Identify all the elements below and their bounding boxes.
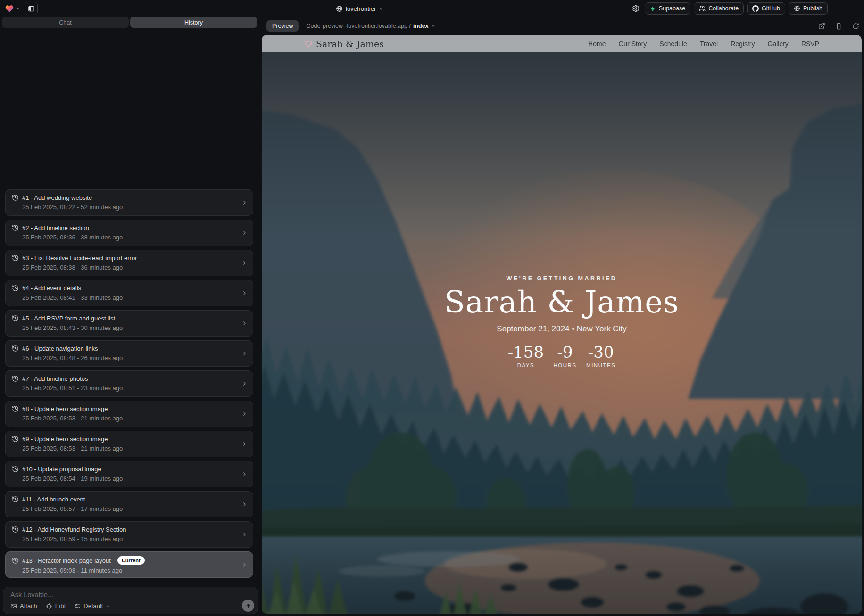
chevron-right-icon xyxy=(241,411,248,417)
nav-link-rsvp[interactable]: RSVP xyxy=(801,40,819,48)
site-logo[interactable]: Sarah & James xyxy=(304,39,384,49)
lovable-heart-icon xyxy=(5,4,14,13)
history-list: #1 - Add wedding website 25 Feb 2025, 08… xyxy=(5,189,253,578)
chevron-right-icon xyxy=(241,441,248,447)
nav-link-gallery[interactable]: Gallery xyxy=(768,40,789,48)
refresh-icon xyxy=(852,23,859,30)
history-icon xyxy=(12,526,19,533)
chevron-right-icon xyxy=(241,260,248,266)
chevron-right-icon xyxy=(241,381,248,387)
current-badge: Current xyxy=(117,556,145,565)
countdown-value: -9 xyxy=(557,344,573,360)
publish-button[interactable]: Publish xyxy=(789,2,828,15)
history-item-timestamp: 25 Feb 2025, 08:22 - 52 minutes ago xyxy=(22,204,239,211)
nav-link-our-story[interactable]: Our Story xyxy=(618,40,647,48)
attach-button[interactable]: Attach xyxy=(10,602,37,609)
chevron-down-icon xyxy=(379,6,384,11)
hero-date: September 21, 2024 • New York City xyxy=(497,324,626,334)
github-icon xyxy=(752,5,759,12)
tab-chat[interactable]: Chat xyxy=(2,17,129,28)
chevron-down-icon xyxy=(106,604,110,608)
countdown-value: -158 xyxy=(508,344,544,360)
history-item[interactable]: #7 - Add timeline photos 25 Feb 2025, 08… xyxy=(5,370,253,397)
refresh-button[interactable] xyxy=(852,23,859,30)
history-item-header: #4 - Add event details xyxy=(12,285,239,292)
site-nav: HomeOur StoryScheduleTravelRegistryGalle… xyxy=(588,40,819,48)
history-item[interactable]: #10 - Update proposal image 25 Feb 2025,… xyxy=(5,461,253,487)
send-button[interactable] xyxy=(242,600,254,612)
history-item[interactable]: #1 - Add wedding website 25 Feb 2025, 08… xyxy=(5,189,253,216)
sidebar-toggle-button[interactable] xyxy=(25,2,38,15)
history-item-header: #2 - Add timeline section xyxy=(12,224,239,231)
history-item[interactable]: #4 - Add event details 25 Feb 2025, 08:4… xyxy=(5,280,253,306)
supabase-button[interactable]: Supabase xyxy=(645,2,690,15)
history-item[interactable]: #9 - Update hero section image 25 Feb 20… xyxy=(5,431,253,457)
mode-label: Default xyxy=(83,602,103,609)
preview-url-page: index xyxy=(413,23,429,29)
history-item-title: #13 - Refactor index page layout xyxy=(22,557,111,564)
model-mode-selector[interactable]: Default xyxy=(74,602,110,609)
history-item[interactable]: #3 - Fix: Resolve Lucide-react import er… xyxy=(5,250,253,276)
nav-link-travel[interactable]: Travel xyxy=(700,40,718,48)
crosshair-icon xyxy=(46,603,52,609)
lovable-logo-menu[interactable] xyxy=(5,4,20,13)
tab-history[interactable]: History xyxy=(130,17,257,28)
edit-mode-button[interactable]: Edit xyxy=(46,602,66,609)
preview-url-selector[interactable]: preview--lovefrontier.lovable.app / inde… xyxy=(323,17,436,35)
smartphone-icon xyxy=(835,23,842,30)
history-icon xyxy=(12,255,19,262)
history-item[interactable]: #8 - Update hero section image 25 Feb 20… xyxy=(5,401,253,427)
chevron-down-icon xyxy=(431,24,436,28)
github-label: GitHub xyxy=(762,5,780,12)
history-item-title: #4 - Add event details xyxy=(22,285,81,292)
collaborate-button[interactable]: Collaborate xyxy=(694,2,744,15)
preview-toolbar-icons xyxy=(818,17,859,35)
countdown-label: HOURS xyxy=(554,362,577,368)
composer-actions: Attach Edit Default xyxy=(10,602,110,609)
history-item[interactable]: #11 - Add brunch event 25 Feb 2025, 08:5… xyxy=(5,491,253,517)
app-root: lovefrontier Supabase Collaborate GitHub… xyxy=(0,0,864,616)
history-item-header: #13 - Refactor index page layout Current xyxy=(12,556,239,565)
countdown-label: MINUTES xyxy=(586,362,615,368)
history-item-header: #11 - Add brunch event xyxy=(12,496,239,503)
supabase-label: Supabase xyxy=(659,5,685,12)
project-selector[interactable]: lovefrontier xyxy=(336,0,384,17)
prompt-input[interactable]: Ask Lovable... xyxy=(10,591,53,599)
chevron-right-icon xyxy=(241,532,248,538)
prompt-composer[interactable]: Ask Lovable... Attach Edit Default xyxy=(3,587,258,614)
tab-preview[interactable]: Preview xyxy=(266,20,299,32)
history-item-timestamp: 25 Feb 2025, 08:43 - 30 minutes ago xyxy=(22,324,239,331)
users-icon xyxy=(699,5,706,12)
open-external-button[interactable] xyxy=(818,23,825,30)
history-item[interactable]: #13 - Refactor index page layout Current… xyxy=(5,551,253,578)
history-item[interactable]: #5 - Add RSVP form and guest list 25 Feb… xyxy=(5,310,253,337)
history-item-timestamp: 25 Feb 2025, 08:48 - 26 minutes ago xyxy=(22,354,239,361)
history-item-timestamp: 25 Feb 2025, 08:38 - 36 minutes ago xyxy=(22,264,239,271)
history-item-header: #10 - Update proposal image xyxy=(12,466,239,473)
heart-outline-icon xyxy=(304,40,312,48)
github-button[interactable]: GitHub xyxy=(747,2,785,15)
chevron-right-icon xyxy=(241,471,248,477)
history-item[interactable]: #12 - Add Honeyfund Registry Section 25 … xyxy=(5,521,253,548)
history-item-title: #11 - Add brunch event xyxy=(22,496,85,503)
history-icon xyxy=(12,285,19,292)
history-item[interactable]: #6 - Update navigation links 25 Feb 2025… xyxy=(5,340,253,367)
preview-viewport: Sarah & James HomeOur StoryScheduleTrave… xyxy=(262,35,862,614)
history-item[interactable]: #2 - Add timeline section 25 Feb 2025, 0… xyxy=(5,220,253,246)
nav-link-home[interactable]: Home xyxy=(588,40,606,48)
nav-link-schedule[interactable]: Schedule xyxy=(659,40,687,48)
hero-eyebrow: WE'RE GETTING MARRIED xyxy=(507,275,617,282)
settings-button[interactable] xyxy=(630,2,641,15)
project-name: lovefrontier xyxy=(346,5,376,12)
globe-icon xyxy=(336,5,343,12)
history-item-timestamp: 25 Feb 2025, 08:53 - 21 minutes ago xyxy=(22,445,239,452)
countdown-item: -30MINUTES xyxy=(586,344,615,368)
preview-tabs: Preview Code xyxy=(266,20,326,32)
mobile-view-button[interactable] xyxy=(835,23,842,30)
history-item-title: #10 - Update proposal image xyxy=(22,466,101,473)
chevron-right-icon xyxy=(241,501,248,508)
history-icon xyxy=(12,405,19,412)
history-icon xyxy=(12,496,19,503)
history-icon xyxy=(12,375,19,382)
nav-link-registry[interactable]: Registry xyxy=(731,40,755,48)
